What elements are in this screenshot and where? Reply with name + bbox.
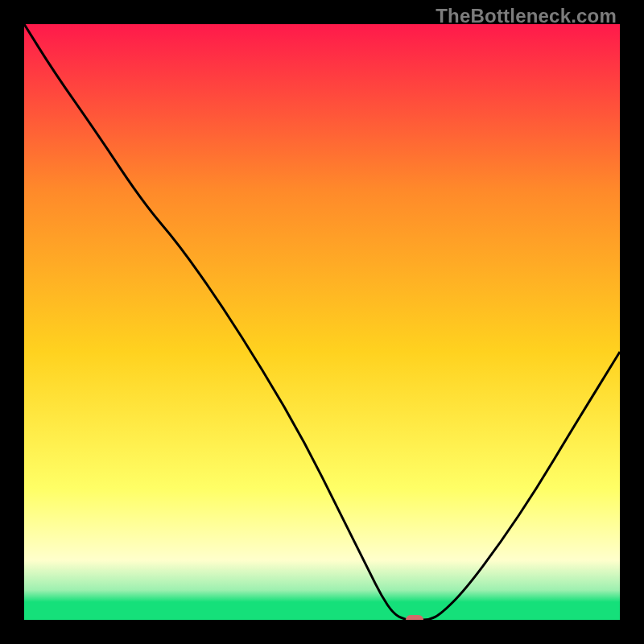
chart-frame: TheBottleneck.com (0, 0, 644, 644)
optimal-marker (406, 615, 423, 620)
bottleneck-curve (24, 24, 620, 620)
plot-area (24, 24, 620, 620)
